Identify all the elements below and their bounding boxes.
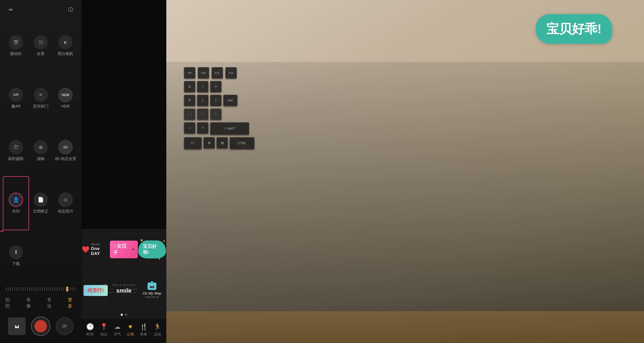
top-bar: ✏ ⓘ: [0, 0, 82, 16]
cat-sport-label: 运动: [154, 332, 161, 337]
sticker-baobei[interactable]: 宝贝好乖! ★ ★ ★: [138, 229, 166, 270]
flip-camera-button[interactable]: ⟳: [56, 317, 74, 335]
bw-camera-icon: ◐: [58, 35, 72, 49]
nav-photo[interactable]: 拍照: [4, 296, 16, 310]
cat-time[interactable]: 🕐 时间: [83, 322, 97, 338]
camera-item-slow[interactable]: 🎬 慢动作: [4, 19, 28, 72]
pagination: [82, 311, 166, 318]
shutter-inner: [34, 320, 47, 333]
food-icon: 🍴: [140, 323, 148, 331]
sticker-onmyway[interactable]: 📷 On My Way 2014-05-20: [138, 270, 166, 311]
edit-icon[interactable]: ✏: [6, 5, 15, 14]
cat-weather-label: 天气: [114, 332, 121, 337]
hdr-label: HDR: [61, 104, 70, 109]
timelapse-icon: ⏱: [9, 140, 23, 154]
ar-label: 趣AR: [11, 104, 21, 109]
cat-weather[interactable]: ☁ 天气: [111, 322, 124, 338]
sticker-grid: 我在这里 One DAY ♀女汉子 ✈ 宝贝好乖! ★ ★ ★ 何弃疗: [82, 229, 166, 311]
nav-video[interactable]: 录像: [24, 296, 36, 310]
cat-sport[interactable]: 🏃 运动: [151, 322, 164, 338]
weather-icon: ☁: [114, 323, 120, 331]
camera-grid: 🎬 慢动作 ⬛ 全景 ◐ 黑白相机 AR 趣AR ≡ 流: [0, 16, 82, 286]
camera-item-timelapse[interactable]: ⏱ 延时摄影: [4, 124, 28, 177]
nav-pro[interactable]: 专业: [45, 296, 57, 310]
camera-item-panorama[interactable]: ⬛ 全景: [28, 19, 53, 72]
download-label: 下载: [12, 261, 20, 267]
left-panel: ✏ ⓘ 🎬 慢动作 ⬛ 全景 ◐ 黑白相机 AR 趣AR: [0, 0, 82, 343]
mid-panel: 我在这里 One DAY ♀女汉子 ✈ 宝贝好乖! ★ ★ ★ 何弃疗: [82, 0, 166, 343]
camera-item-hdr[interactable]: HDR HDR: [53, 72, 78, 124]
cat-food[interactable]: 🍴 美食: [137, 322, 150, 338]
cat-location-label: 地点: [100, 332, 108, 337]
camera-item-livephoto[interactable]: ◎ 动态照片: [53, 177, 78, 230]
cat-food-label: 美食: [140, 332, 147, 337]
info-icon[interactable]: ⓘ: [66, 5, 75, 14]
livephoto-label: 动态照片: [58, 209, 73, 214]
camera-item-3d[interactable]: 3D 3D 动态全景: [53, 124, 78, 177]
slow-motion-label: 慢动作: [10, 51, 22, 56]
hdr-icon: HDR: [58, 88, 72, 102]
camera-item-watermark[interactable]: 👤 水印: [4, 177, 28, 230]
camera-item-bw[interactable]: ◐ 黑白相机: [53, 19, 78, 72]
3d-label: 3D 动态全景: [55, 156, 76, 161]
camera-item-ar[interactable]: AR 趣AR: [4, 72, 28, 124]
download-icon: ⬇: [9, 245, 23, 259]
bw-label: 黑白相机: [58, 51, 73, 56]
camera-controls: 🎹 ⟳: [0, 313, 82, 343]
camera-item-lightflow[interactable]: ≡ 流光快门: [28, 72, 53, 124]
right-panel: F9 F10 F11 F12 0 − + P [ ] END: [166, 0, 644, 343]
nav-more[interactable]: 更多: [66, 296, 78, 310]
camera-item-filter[interactable]: ⊕ 滤镜: [28, 124, 53, 177]
sport-icon: 🏃: [154, 323, 162, 331]
3d-icon: 3D: [58, 140, 72, 154]
bottom-nav: 拍照 录像 专业 更多: [0, 293, 82, 313]
shutter-button[interactable]: [31, 317, 50, 336]
cat-mood-label: 心情: [127, 332, 134, 337]
panorama-icon: ⬛: [34, 35, 48, 49]
mood-icon: ♥: [128, 323, 132, 331]
result-sticker: 宝贝好乖!: [536, 14, 612, 44]
lightflow-icon: ≡: [34, 88, 48, 102]
watermark-label: 水印: [12, 209, 20, 214]
sticker-oneday[interactable]: 我在这里 One DAY: [82, 229, 110, 270]
ruler: [0, 286, 82, 293]
category-bar: 🕐 时间 📍 地点 ☁ 天气 ♥ 心情 🍴 美食 🏃 运动: [82, 318, 166, 343]
camera-item-docscan[interactable]: 📄 文档矫正: [28, 177, 53, 230]
sticker-smile[interactable]: SMILE PASTER —⟵ smile ⟶— - - - - -: [110, 270, 138, 311]
panorama-label: 全景: [37, 51, 44, 56]
camera-item-download[interactable]: ⬇ 下载 ↙: [4, 230, 28, 282]
time-icon: 🕐: [86, 323, 94, 331]
pagination-dot-1[interactable]: [121, 314, 123, 316]
sticker-preview: [82, 0, 166, 229]
filter-label: 滤镜: [37, 156, 44, 161]
watermark-icon: 👤: [9, 193, 23, 207]
cat-time-label: 时间: [86, 332, 94, 337]
cat-mood[interactable]: ♥ 心情: [124, 322, 137, 338]
docscan-label: 文档矫正: [33, 209, 48, 214]
docscan-icon: 📄: [34, 193, 48, 207]
ar-icon: AR: [9, 88, 23, 102]
cat-location[interactable]: 📍 地点: [97, 322, 111, 338]
pagination-dot-2[interactable]: [125, 314, 127, 316]
filter-icon: ⊕: [34, 140, 48, 154]
slow-motion-icon: 🎬: [9, 35, 23, 49]
flip-icon: ⟳: [62, 323, 67, 330]
livephoto-icon: ◎: [58, 193, 72, 207]
sticker-kexing[interactable]: 何弃疗! ♥: [82, 270, 110, 311]
sticker-nvhanzi[interactable]: ♀女汉子 ✈: [110, 229, 138, 270]
timelapse-label: 延时摄影: [8, 156, 24, 161]
location-icon: 📍: [100, 323, 108, 331]
gallery-thumbnail[interactable]: 🎹: [8, 317, 26, 335]
lightflow-label: 流光快门: [33, 104, 48, 109]
